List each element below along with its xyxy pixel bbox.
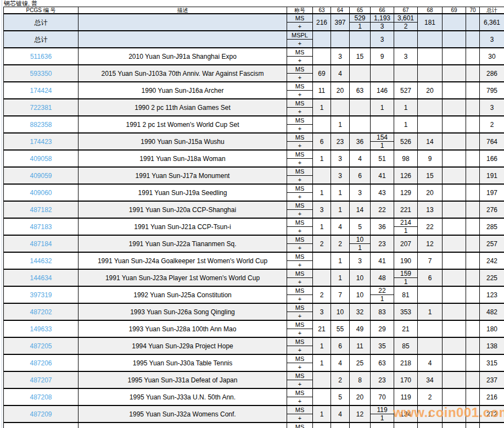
pcgs-number-link[interactable]: 149627 (4, 423, 79, 428)
grade-cell (418, 31, 443, 48)
table-row: 8823581991 2 pc 1st Women's World Cup Se… (4, 116, 504, 125)
designation-ms-cell: MS (287, 269, 313, 278)
designation-ms-cell: MS (287, 133, 313, 142)
pcgs-number-link[interactable]: 487208 (4, 388, 79, 405)
pcgs-number-link[interactable]: 487207 (4, 371, 79, 388)
pcgs-number-link[interactable]: 397319 (4, 286, 79, 303)
table-row: 4872021993 Yuan Sun-J26a Song QinglingMS… (4, 303, 504, 312)
grade-cell: 15 (418, 167, 443, 184)
grade-cell: 10 (350, 235, 371, 244)
grade-cell (443, 320, 466, 337)
grade-cell: 6 (331, 337, 350, 354)
grade-cell (313, 48, 331, 65)
grade-cell: 11 (350, 337, 371, 354)
pcgs-number-link[interactable]: 487184 (4, 235, 79, 252)
pcgs-number-link[interactable]: 593350 (4, 65, 79, 82)
grade-cell: 119 (371, 405, 394, 414)
designation-ms-cell: MS (287, 184, 313, 193)
designation-ms-cell: MS (287, 150, 313, 159)
grade-cell (313, 269, 331, 286)
total-cell: 2 (480, 116, 504, 133)
pcgs-number-link[interactable]: 409060 (4, 184, 79, 201)
grade-cell (313, 167, 331, 184)
grade-cell (443, 133, 466, 150)
grade-cell (418, 423, 443, 428)
designation-plus-cell: + (287, 142, 313, 151)
total-cell: 286 (480, 65, 504, 82)
grade-cell (331, 31, 350, 48)
pcgs-number-link[interactable]: 722381 (4, 99, 79, 116)
pcgs-number-link[interactable]: 487209 (4, 405, 79, 423)
designation-plus-cell: + (287, 295, 313, 304)
grade-cell: 1 (313, 337, 331, 354)
grade-cell: 51 (371, 150, 394, 167)
pcgs-number-link[interactable]: 149633 (4, 320, 79, 337)
grade-cell: 1 (371, 414, 394, 423)
grade-cell: 1 (394, 278, 418, 287)
grade-cell (313, 371, 331, 388)
pcgs-number-link[interactable]: 409059 (4, 167, 79, 184)
grade-cell (466, 116, 480, 133)
grade-cell (466, 167, 480, 184)
grade-cell: 35 (371, 337, 394, 354)
grade-cell: 3 (331, 150, 350, 167)
grade-cell (350, 65, 371, 82)
pcgs-number-link[interactable]: 174423 (4, 133, 79, 150)
pcgs-number-link[interactable]: 487205 (4, 337, 79, 354)
header-description: 描述 (79, 7, 287, 14)
grade-cell: 1 (331, 269, 350, 286)
grade-cell: 1 (313, 184, 331, 201)
grade-cell (313, 388, 331, 405)
table-row: 1744241990 Yuan Sun-J16a ArcherMS1120631… (4, 82, 504, 91)
pcgs-number-link[interactable]: 409058 (4, 150, 79, 167)
grade-cell: 4 (331, 218, 350, 235)
grade-cell: 22 (371, 201, 394, 218)
designation-plus-cell: + (287, 380, 313, 389)
header-grade-69: 69 (443, 7, 466, 14)
designation-plus-cell: + (287, 57, 313, 65)
total-cell: 30 (480, 48, 504, 65)
grade-cell (443, 116, 466, 133)
designation-ms-cell: MS (287, 65, 313, 74)
designation-plus-cell: + (287, 23, 313, 31)
pcgs-number-link[interactable]: 144634 (4, 269, 79, 286)
description-cell: 1994 Yuan Sun-J29a Project Hope (79, 337, 287, 354)
description-cell: 1990 2 pc 11th Asian Games Set (79, 99, 287, 116)
grade-cell: 3 (371, 31, 394, 48)
grade-cell: 14 (418, 133, 443, 150)
pcgs-number-link[interactable]: 882358 (4, 116, 79, 133)
grade-cell (443, 405, 466, 423)
grade-cell (418, 65, 443, 82)
designation-ms-cell: MS (287, 303, 313, 312)
grade-cell (466, 405, 480, 423)
grade-cell: 85 (394, 337, 418, 354)
grade-cell: 1 (350, 244, 371, 253)
pcgs-number-link[interactable]: 487202 (4, 303, 79, 320)
grade-cell: 1,193 (371, 14, 394, 23)
grade-cell: 207 (394, 235, 418, 252)
grade-cell: 12 (418, 235, 443, 252)
designation-ms-cell: MS (287, 337, 313, 346)
grade-cell: 181 (418, 14, 443, 31)
pcgs-number-link[interactable]: 487206 (4, 354, 79, 371)
grade-cell: 63 (371, 354, 394, 371)
pcgs-number-link[interactable]: 511636 (4, 48, 79, 65)
header-grade-66: 66 (371, 7, 394, 14)
grade-cell: 20 (350, 388, 371, 405)
table-row: 4090601991 Yuan Sun-J19a SeedlingMS11343… (4, 184, 504, 193)
grade-cell: 83 (371, 303, 394, 320)
pcgs-number-link[interactable]: 174424 (4, 82, 79, 99)
grade-cell (466, 286, 480, 303)
pcgs-number-link[interactable]: 144632 (4, 252, 79, 269)
grade-cell (331, 99, 350, 116)
grade-cell: 353 (394, 303, 418, 320)
designation-plus-cell: + (287, 397, 313, 406)
grade-cell: 221 (394, 201, 418, 218)
grade-cell: 4 (350, 150, 371, 167)
table-row: 总计MS2163975291,1933,6011816,361 (4, 14, 504, 23)
pcgs-number-link[interactable]: 487182 (4, 201, 79, 218)
grade-cell: 1 (313, 354, 331, 371)
grade-cell: 10 (350, 269, 371, 286)
table-row: 4871821991 Yuan Sun-J20a CCP-ShanghaiMS3… (4, 201, 504, 210)
pcgs-number-link[interactable]: 487183 (4, 218, 79, 235)
